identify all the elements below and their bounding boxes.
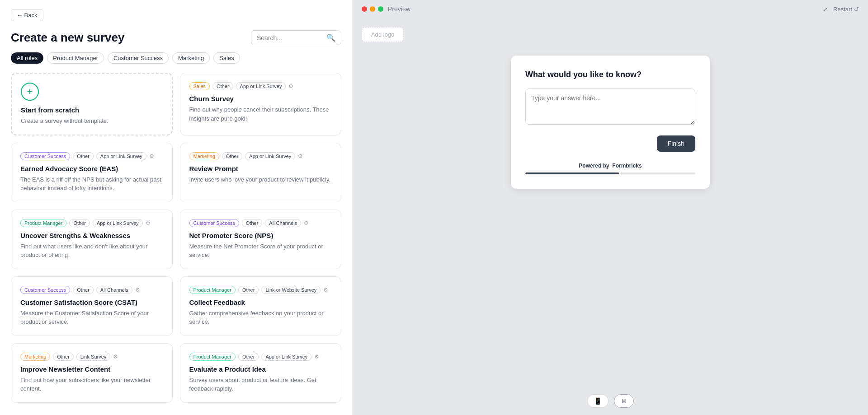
card-description: Invite users who love your product to re… <box>189 175 332 184</box>
card-tag: Other <box>238 286 259 294</box>
card-title: Earned Advocacy Score (EAS) <box>20 165 163 173</box>
template-card[interactable]: Product ManagerOtherApp or Link Survey⚙U… <box>11 210 173 269</box>
template-card[interactable]: MarketingOtherApp or Link Survey⚙Review … <box>180 143 342 202</box>
template-card[interactable]: Product ManagerOtherLink or Website Surv… <box>180 276 342 336</box>
channel-icon: ⚙ <box>146 220 151 226</box>
card-title: Uncover Strengths & Weaknesses <box>20 232 163 239</box>
close-dot <box>362 6 367 12</box>
card-tag: Sales <box>189 82 210 90</box>
desktop-device-button[interactable]: 🖥 <box>614 394 634 408</box>
card-title: Customer Satisfaction Score (CSAT) <box>20 298 163 306</box>
card-description: Survey users about product or feature id… <box>189 376 332 393</box>
powered-by-text: Powered by <box>579 163 609 169</box>
progress-bar-fill <box>525 173 619 174</box>
channel-icon: ⚙ <box>314 354 319 360</box>
card-tags: Customer SuccessOtherAll Channels⚙ <box>20 286 163 294</box>
card-tag: Other <box>238 353 259 361</box>
cards-grid: + Start from scratch Create a survey wit… <box>11 73 341 403</box>
template-card[interactable]: SalesOtherApp or Link Survey⚙Churn Surve… <box>180 73 342 135</box>
filter-chip-customer-success[interactable]: Customer Success <box>108 52 169 64</box>
card-tag: App or Link Survey <box>261 353 311 361</box>
card-tag: Other <box>222 152 243 160</box>
card-tags: Product ManagerOtherApp or Link Survey⚙ <box>189 353 332 361</box>
card-title: Collect Feedback <box>189 298 332 306</box>
filter-chip-sales[interactable]: Sales <box>213 52 240 64</box>
header-row: Create a new survey 🔍 <box>11 30 341 45</box>
template-card[interactable]: Customer SuccessOtherAll Channels⚙Net Pr… <box>180 210 342 269</box>
card-tags: Product ManagerOtherApp or Link Survey⚙ <box>20 219 163 227</box>
card-tag: All Channels <box>96 286 132 294</box>
card-tag: Other <box>73 152 94 160</box>
minimize-dot <box>370 6 375 12</box>
card-tags: Product ManagerOtherLink or Website Surv… <box>189 286 332 294</box>
restart-button[interactable]: Restart ↺ <box>833 6 859 13</box>
card-tag: All Channels <box>265 219 301 227</box>
card-title: Review Prompt <box>189 165 332 173</box>
finish-button[interactable]: Finish <box>657 135 695 152</box>
card-tags: MarketingOtherApp or Link Survey⚙ <box>189 152 332 160</box>
card-description: Find out what users like and don't like … <box>20 242 163 260</box>
preview-label: Preview <box>388 5 410 13</box>
restart-label: Restart <box>833 6 852 13</box>
card-description: Find out how your subscribers like your … <box>20 376 163 393</box>
channel-icon: ⚙ <box>288 83 293 89</box>
channel-icon: ⚙ <box>298 153 303 159</box>
card-title: Evaluate a Product Idea <box>189 365 332 373</box>
card-tag: App or Link Survey <box>236 82 286 90</box>
scratch-card-desc: Create a survey without template. <box>21 117 163 126</box>
filter-chip-marketing[interactable]: Marketing <box>172 52 210 64</box>
card-tag: Product Manager <box>189 286 236 294</box>
plus-icon: + <box>21 83 39 101</box>
card-tag: Other <box>242 219 263 227</box>
card-tag: App or Link Survey <box>93 219 143 227</box>
search-input[interactable] <box>257 34 323 42</box>
page-title: Create a new survey <box>11 31 124 45</box>
back-button[interactable]: ← Back <box>11 9 43 21</box>
card-title: Churn Survey <box>189 95 332 103</box>
card-title: Net Promoter Score (NPS) <box>189 232 332 239</box>
add-logo-button[interactable]: Add logo <box>362 27 404 42</box>
channel-icon: ⚙ <box>113 354 118 360</box>
card-description: The EAS is a riff off the NPS but asking… <box>20 175 163 193</box>
card-tag: Customer Success <box>20 152 70 160</box>
answer-textarea[interactable] <box>525 89 695 125</box>
card-tag: Product Manager <box>189 353 236 361</box>
card-tag: App or Link Survey <box>96 152 146 160</box>
filter-chip-product-manager[interactable]: Product Manager <box>47 52 104 64</box>
left-panel: ← Back Create a new survey 🔍 All rolesPr… <box>0 0 353 415</box>
expand-button[interactable]: ⤢ <box>823 6 828 13</box>
filter-chip-all-roles[interactable]: All roles <box>11 52 43 64</box>
card-tag: App or Link Survey <box>245 152 295 160</box>
channel-icon: ⚙ <box>135 287 140 293</box>
card-tag: Customer Success <box>20 286 70 294</box>
template-card[interactable]: Customer SuccessOtherAll Channels⚙Custom… <box>11 276 173 336</box>
card-tags: MarketingOtherLink Survey⚙ <box>20 353 163 361</box>
survey-question: What would you like to know? <box>525 70 695 79</box>
card-tag: Other <box>73 286 94 294</box>
template-card[interactable]: Product ManagerOtherApp or Link Survey⚙E… <box>180 343 342 403</box>
card-tag: Product Manager <box>20 219 66 227</box>
card-tag: Marketing <box>189 152 219 160</box>
mobile-device-button[interactable]: 📱 <box>587 394 609 408</box>
channel-icon: ⚙ <box>323 287 328 293</box>
maximize-dot <box>378 6 383 12</box>
card-tag: Other <box>53 353 74 361</box>
card-tags: Customer SuccessOtherAll Channels⚙ <box>189 219 332 227</box>
card-description: Measure the Customer Satisfaction Score … <box>20 309 163 326</box>
card-tag: Link or Website Survey <box>261 286 321 294</box>
card-tag: Other <box>212 82 233 90</box>
scratch-card-title: Start from scratch <box>21 106 163 114</box>
card-description: Measure the Net Promoter Score of your p… <box>189 242 332 260</box>
progress-bar <box>525 173 695 174</box>
template-card[interactable]: Customer SuccessOtherApp or Link Survey⚙… <box>11 143 173 202</box>
channel-icon: ⚙ <box>304 220 309 226</box>
search-box: 🔍 <box>251 30 341 45</box>
template-card[interactable]: MarketingOtherLink Survey⚙Improve Newsle… <box>11 343 173 403</box>
preview-actions: ⤢ Restart ↺ <box>823 6 859 13</box>
card-description: Gather comprehensive feedback on your pr… <box>189 309 332 326</box>
device-switcher: 📱 🖥 <box>353 387 868 415</box>
card-tags: SalesOtherApp or Link Survey⚙ <box>189 82 332 90</box>
card-tag: Customer Success <box>189 219 239 227</box>
scratch-card[interactable]: + Start from scratch Create a survey wit… <box>11 73 173 135</box>
preview-content: Add logo What would you like to know? Fi… <box>353 18 868 387</box>
